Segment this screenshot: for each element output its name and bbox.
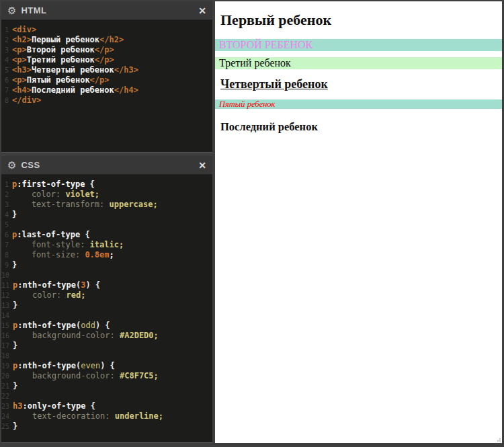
result-paragraph-second: Второй ребенок bbox=[215, 39, 502, 51]
code-text: } bbox=[13, 381, 17, 391]
code-line: 7 font-style: italic; bbox=[1, 240, 212, 250]
code-line: 13} bbox=[1, 300, 212, 311]
code-text: font-size: 0.8em; bbox=[12, 250, 114, 260]
css-panel-header: ⚙ CSS ✕ bbox=[1, 156, 212, 175]
result-preview-pane: Первый ребенок Второй ребенок Третий реб… bbox=[215, 1, 502, 443]
line-number: 8 bbox=[1, 250, 12, 260]
code-playground: ⚙ HTML ✕ 1<div>2<h2>Первый ребенок</h2>3… bbox=[0, 0, 504, 447]
code-line: 5<h3>Четвертый ребенок</h3> bbox=[1, 65, 212, 75]
line-number: 13 bbox=[1, 300, 13, 311]
line-number: 1 bbox=[1, 179, 12, 190]
line-number: 14 bbox=[1, 311, 13, 321]
code-line: 20 background-color: #C8F7C5; bbox=[1, 371, 212, 381]
code-line: 3<p>Второй ребенок</p> bbox=[1, 45, 212, 55]
line-number: 15 bbox=[1, 321, 13, 331]
code-text: text-transform: uppercase; bbox=[12, 200, 158, 210]
gear-icon[interactable]: ⚙ bbox=[7, 5, 16, 15]
code-text: <p>Третий ребенок</p> bbox=[12, 55, 114, 65]
code-line: 22 bbox=[1, 391, 212, 401]
line-number: 18 bbox=[1, 351, 13, 361]
code-line: 7<h4>Последний ребенок</h4> bbox=[1, 85, 212, 95]
line-number: 1 bbox=[1, 25, 12, 35]
result-heading-fourth: Четвертый ребенок bbox=[220, 77, 497, 91]
code-text: } bbox=[13, 341, 17, 351]
line-number: 25 bbox=[1, 421, 13, 432]
code-line: 8 font-size: 0.8em; bbox=[1, 250, 212, 260]
editors-column: ⚙ HTML ✕ 1<div>2<h2>Первый ребенок</h2>3… bbox=[1, 1, 212, 443]
line-number: 2 bbox=[1, 35, 12, 45]
code-line: 25} bbox=[1, 421, 212, 432]
code-line: 6p:last-of-type { bbox=[1, 230, 212, 240]
close-icon[interactable]: ✕ bbox=[198, 160, 206, 171]
code-line: 17} bbox=[1, 341, 212, 351]
line-number: 8 bbox=[1, 95, 12, 106]
resize-grip[interactable] bbox=[495, 436, 501, 442]
line-number: 11 bbox=[1, 280, 13, 290]
code-line: 19p:nth-of-type(even) { bbox=[1, 361, 212, 371]
code-line: 24 text-decoration: underline; bbox=[1, 411, 212, 421]
code-text: p:last-of-type { bbox=[12, 230, 90, 240]
code-text: } bbox=[13, 300, 17, 311]
code-line: 4<p>Третий ребенок</p> bbox=[1, 55, 212, 65]
result-paragraph-fifth: Пятый ребенок bbox=[215, 99, 502, 109]
code-text: h3:only-of-type { bbox=[13, 401, 95, 411]
code-line: 16 background-color: #A2DED0; bbox=[1, 331, 212, 341]
line-number: 19 bbox=[1, 361, 13, 371]
result-paragraph-third: Третий ребенок bbox=[215, 57, 502, 69]
code-line: 11p:nth-of-type(3) { bbox=[1, 280, 212, 290]
line-number: 17 bbox=[1, 341, 13, 351]
code-line: 5 bbox=[1, 220, 212, 230]
line-number: 6 bbox=[1, 75, 12, 85]
code-text: <h2>Первый ребенок</h2> bbox=[12, 35, 124, 45]
code-line: 3 text-transform: uppercase; bbox=[1, 200, 212, 210]
line-number: 2 bbox=[1, 190, 12, 200]
result-heading-first: Первый ребенок bbox=[220, 11, 497, 28]
result-heading-last: Последний ребенок bbox=[220, 120, 497, 133]
line-number: 6 bbox=[1, 230, 12, 240]
line-number: 12 bbox=[1, 290, 13, 300]
line-number: 9 bbox=[1, 260, 12, 270]
line-number: 4 bbox=[1, 55, 12, 65]
html-code-editor[interactable]: 1<div>2<h2>Первый ребенок</h2>3<p>Второй… bbox=[1, 20, 212, 152]
line-number: 7 bbox=[1, 85, 12, 95]
code-line: 6<p>Пятый ребенок</p> bbox=[1, 75, 212, 85]
code-line: 8</div> bbox=[1, 95, 212, 106]
code-text: background-color: #A2DED0; bbox=[13, 331, 159, 341]
css-panel-title: CSS bbox=[21, 160, 40, 170]
code-text: color: red; bbox=[13, 290, 85, 300]
code-text: p:first-of-type { bbox=[12, 179, 95, 190]
code-text: font-style: italic; bbox=[12, 240, 124, 250]
gear-icon[interactable]: ⚙ bbox=[7, 160, 16, 170]
code-line: 15p:nth-of-type(odd) { bbox=[1, 321, 212, 331]
html-panel: ⚙ HTML ✕ 1<div>2<h2>Первый ребенок</h2>3… bbox=[1, 1, 212, 153]
line-number: 21 bbox=[1, 381, 13, 391]
code-text: background-color: #C8F7C5; bbox=[13, 371, 159, 381]
line-number: 7 bbox=[1, 240, 12, 250]
code-text: p:nth-of-type(3) { bbox=[13, 280, 100, 290]
html-panel-title: HTML bbox=[21, 5, 46, 15]
code-line: 23h3:only-of-type { bbox=[1, 401, 212, 411]
code-line: 18 bbox=[1, 351, 212, 361]
line-number: 20 bbox=[1, 371, 13, 381]
close-icon[interactable]: ✕ bbox=[198, 5, 206, 16]
line-number: 16 bbox=[1, 331, 13, 341]
code-text: text-decoration: underline; bbox=[13, 411, 163, 421]
line-number: 3 bbox=[1, 45, 12, 55]
code-line: 4} bbox=[1, 210, 212, 220]
code-text: } bbox=[12, 260, 17, 270]
line-number: 10 bbox=[1, 270, 13, 280]
line-number: 4 bbox=[1, 210, 12, 220]
code-text: } bbox=[12, 210, 17, 220]
css-code-editor[interactable]: 1p:first-of-type {2 color: violet;3 text… bbox=[1, 175, 212, 442]
line-number: 24 bbox=[1, 411, 13, 421]
html-panel-header: ⚙ HTML ✕ bbox=[1, 1, 212, 20]
code-line: 14 bbox=[1, 311, 212, 321]
code-line: 10 bbox=[1, 270, 212, 280]
code-line: 9} bbox=[1, 260, 212, 270]
css-panel: ⚙ CSS ✕ 1p:first-of-type {2 color: viole… bbox=[1, 156, 212, 443]
code-text: <p>Второй ребенок</p> bbox=[12, 45, 114, 55]
code-text: p:nth-of-type(odd) { bbox=[13, 321, 110, 331]
code-text: <h3>Четвертый ребенок</h3> bbox=[12, 65, 138, 75]
code-text: p:nth-of-type(even) { bbox=[13, 361, 115, 371]
code-text: } bbox=[13, 421, 17, 432]
